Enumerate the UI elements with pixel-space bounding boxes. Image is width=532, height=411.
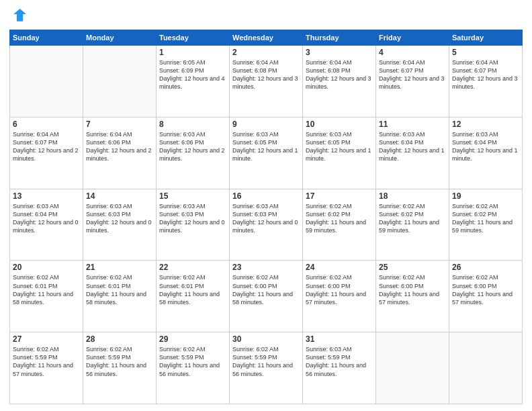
cell-info: Sunrise: 6:02 AM Sunset: 6:00 PM Dayligh…: [232, 273, 300, 306]
calendar-cell: 28Sunrise: 6:02 AM Sunset: 5:59 PM Dayli…: [83, 332, 157, 404]
header: [9, 7, 523, 26]
cell-info: Sunrise: 6:02 AM Sunset: 5:59 PM Dayligh…: [232, 345, 300, 378]
day-number: 31: [306, 334, 373, 344]
day-number: 14: [86, 191, 153, 201]
calendar-cell: [376, 332, 449, 404]
cell-info: Sunrise: 6:04 AM Sunset: 6:07 PM Dayligh…: [452, 58, 519, 91]
cell-info: Sunrise: 6:02 AM Sunset: 6:02 PM Dayligh…: [306, 202, 373, 235]
calendar-cell: 8Sunrise: 6:03 AM Sunset: 6:06 PM Daylig…: [157, 117, 230, 189]
weekday-header: Thursday: [303, 30, 376, 46]
cell-info: Sunrise: 6:03 AM Sunset: 6:05 PM Dayligh…: [306, 130, 373, 163]
weekday-header: Sunday: [10, 30, 83, 46]
cell-info: Sunrise: 6:03 AM Sunset: 6:05 PM Dayligh…: [232, 130, 300, 163]
calendar-cell: 14Sunrise: 6:03 AM Sunset: 6:03 PM Dayli…: [83, 189, 157, 261]
calendar-cell: [83, 46, 157, 118]
svg-marker-0: [13, 9, 26, 21]
calendar-cell: 19Sunrise: 6:02 AM Sunset: 6:02 PM Dayli…: [449, 189, 523, 261]
calendar-cell: 17Sunrise: 6:02 AM Sunset: 6:02 PM Dayli…: [303, 189, 376, 261]
cell-info: Sunrise: 6:02 AM Sunset: 6:00 PM Dayligh…: [452, 273, 519, 306]
day-number: 10: [306, 120, 373, 129]
day-number: 15: [159, 191, 226, 201]
calendar-cell: 30Sunrise: 6:02 AM Sunset: 5:59 PM Dayli…: [230, 332, 303, 404]
calendar-cell: 27Sunrise: 6:02 AM Sunset: 5:59 PM Dayli…: [10, 332, 83, 404]
day-number: 23: [232, 263, 300, 272]
day-number: 13: [13, 191, 80, 201]
day-number: 2: [232, 48, 300, 57]
calendar-cell: [449, 332, 523, 404]
weekday-header: Friday: [376, 30, 449, 46]
calendar-cell: 31Sunrise: 6:03 AM Sunset: 5:59 PM Dayli…: [303, 332, 376, 404]
cell-info: Sunrise: 6:02 AM Sunset: 5:59 PM Dayligh…: [86, 345, 153, 378]
weekday-header: Saturday: [449, 30, 523, 46]
calendar-week-row: 6Sunrise: 6:04 AM Sunset: 6:07 PM Daylig…: [10, 117, 523, 189]
cell-info: Sunrise: 6:02 AM Sunset: 6:01 PM Dayligh…: [13, 273, 80, 306]
cell-info: Sunrise: 6:03 AM Sunset: 5:59 PM Dayligh…: [306, 345, 373, 378]
logo: [9, 7, 31, 26]
cell-info: Sunrise: 6:02 AM Sunset: 6:00 PM Dayligh…: [306, 273, 373, 306]
calendar-table: SundayMondayTuesdayWednesdayThursdayFrid…: [9, 30, 523, 404]
cell-info: Sunrise: 6:03 AM Sunset: 6:04 PM Dayligh…: [13, 202, 80, 235]
calendar-cell: 11Sunrise: 6:03 AM Sunset: 6:04 PM Dayli…: [376, 117, 449, 189]
cell-info: Sunrise: 6:02 AM Sunset: 5:59 PM Dayligh…: [13, 345, 80, 378]
day-number: 20: [13, 263, 80, 272]
cell-info: Sunrise: 6:02 AM Sunset: 6:00 PM Dayligh…: [379, 273, 446, 306]
day-number: 17: [306, 191, 373, 201]
calendar-cell: 18Sunrise: 6:02 AM Sunset: 6:02 PM Dayli…: [376, 189, 449, 261]
cell-info: Sunrise: 6:04 AM Sunset: 6:07 PM Dayligh…: [13, 130, 80, 163]
cell-info: Sunrise: 6:04 AM Sunset: 6:07 PM Dayligh…: [379, 58, 446, 91]
calendar-cell: 29Sunrise: 6:02 AM Sunset: 5:59 PM Dayli…: [157, 332, 230, 404]
calendar-week-row: 20Sunrise: 6:02 AM Sunset: 6:01 PM Dayli…: [10, 261, 523, 332]
cell-info: Sunrise: 6:02 AM Sunset: 6:01 PM Dayligh…: [159, 273, 226, 306]
calendar-week-row: 1Sunrise: 6:05 AM Sunset: 6:09 PM Daylig…: [10, 46, 523, 118]
calendar-week-row: 27Sunrise: 6:02 AM Sunset: 5:59 PM Dayli…: [10, 332, 523, 404]
day-number: 18: [379, 191, 446, 201]
calendar-cell: 2Sunrise: 6:04 AM Sunset: 6:08 PM Daylig…: [230, 46, 303, 118]
cell-info: Sunrise: 6:05 AM Sunset: 6:09 PM Dayligh…: [159, 58, 226, 91]
cell-info: Sunrise: 6:03 AM Sunset: 6:03 PM Dayligh…: [232, 202, 300, 235]
calendar-cell: 23Sunrise: 6:02 AM Sunset: 6:00 PM Dayli…: [230, 261, 303, 332]
calendar-cell: 10Sunrise: 6:03 AM Sunset: 6:05 PM Dayli…: [303, 117, 376, 189]
cell-info: Sunrise: 6:03 AM Sunset: 6:04 PM Dayligh…: [379, 130, 446, 163]
day-number: 19: [452, 191, 519, 201]
calendar-cell: 12Sunrise: 6:03 AM Sunset: 6:04 PM Dayli…: [449, 117, 523, 189]
day-number: 25: [379, 263, 446, 272]
day-number: 24: [306, 263, 373, 272]
day-number: 6: [13, 120, 80, 129]
weekday-header: Wednesday: [230, 30, 303, 46]
calendar-header-row: SundayMondayTuesdayWednesdayThursdayFrid…: [10, 30, 523, 46]
cell-info: Sunrise: 6:04 AM Sunset: 6:08 PM Dayligh…: [306, 58, 373, 91]
day-number: 27: [13, 334, 80, 344]
calendar-cell: 15Sunrise: 6:03 AM Sunset: 6:03 PM Dayli…: [157, 189, 230, 261]
day-number: 3: [306, 48, 373, 57]
day-number: 5: [452, 48, 519, 57]
calendar-cell: 3Sunrise: 6:04 AM Sunset: 6:08 PM Daylig…: [303, 46, 376, 118]
calendar-cell: 16Sunrise: 6:03 AM Sunset: 6:03 PM Dayli…: [230, 189, 303, 261]
page: SundayMondayTuesdayWednesdayThursdayFrid…: [0, 0, 532, 411]
calendar-cell: 20Sunrise: 6:02 AM Sunset: 6:01 PM Dayli…: [10, 261, 83, 332]
day-number: 11: [379, 120, 446, 129]
cell-info: Sunrise: 6:02 AM Sunset: 5:59 PM Dayligh…: [159, 345, 226, 378]
day-number: 21: [86, 263, 153, 272]
day-number: 9: [232, 120, 300, 129]
calendar-cell: 7Sunrise: 6:04 AM Sunset: 6:06 PM Daylig…: [83, 117, 157, 189]
cell-info: Sunrise: 6:03 AM Sunset: 6:03 PM Dayligh…: [159, 202, 226, 235]
calendar-cell: 9Sunrise: 6:03 AM Sunset: 6:05 PM Daylig…: [230, 117, 303, 189]
calendar-cell: 5Sunrise: 6:04 AM Sunset: 6:07 PM Daylig…: [449, 46, 523, 118]
day-number: 12: [452, 120, 519, 129]
day-number: 7: [86, 120, 153, 129]
day-number: 4: [379, 48, 446, 57]
cell-info: Sunrise: 6:02 AM Sunset: 6:01 PM Dayligh…: [86, 273, 153, 306]
calendar-cell: 26Sunrise: 6:02 AM Sunset: 6:00 PM Dayli…: [449, 261, 523, 332]
cell-info: Sunrise: 6:04 AM Sunset: 6:06 PM Dayligh…: [86, 130, 153, 163]
day-number: 22: [159, 263, 226, 272]
calendar-cell: 25Sunrise: 6:02 AM Sunset: 6:00 PM Dayli…: [376, 261, 449, 332]
calendar-cell: 1Sunrise: 6:05 AM Sunset: 6:09 PM Daylig…: [157, 46, 230, 118]
cell-info: Sunrise: 6:03 AM Sunset: 6:03 PM Dayligh…: [86, 202, 153, 235]
day-number: 29: [159, 334, 226, 344]
calendar-cell: 21Sunrise: 6:02 AM Sunset: 6:01 PM Dayli…: [83, 261, 157, 332]
calendar-cell: 6Sunrise: 6:04 AM Sunset: 6:07 PM Daylig…: [10, 117, 83, 189]
weekday-header: Monday: [83, 30, 157, 46]
calendar-cell: 4Sunrise: 6:04 AM Sunset: 6:07 PM Daylig…: [376, 46, 449, 118]
calendar-cell: 22Sunrise: 6:02 AM Sunset: 6:01 PM Dayli…: [157, 261, 230, 332]
day-number: 16: [232, 191, 300, 201]
